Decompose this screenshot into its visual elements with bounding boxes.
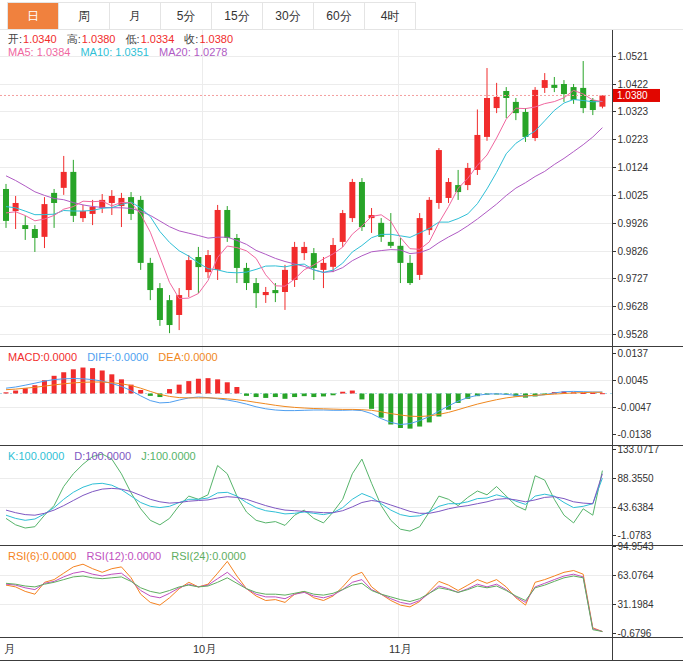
macd-bar (292, 394, 297, 398)
k-value: K:100.0000 (8, 450, 64, 462)
candle (3, 189, 9, 221)
macd-bar (263, 394, 268, 398)
candle (561, 84, 567, 94)
candle (571, 87, 577, 100)
tab-60min[interactable]: 60分 (314, 3, 365, 29)
tab-4hour[interactable]: 4时 (365, 3, 415, 29)
candle (32, 229, 38, 238)
rsi6-value: RSI(6):0.0000 (8, 550, 76, 562)
price-axis-label: 1.0323 (618, 106, 649, 117)
macd-bar (321, 394, 326, 397)
candle (494, 97, 500, 108)
macd-axis-label: -0.0138 (618, 429, 652, 440)
rsi6-line (6, 561, 602, 631)
rsi12-value: RSI(12):0.0000 (87, 550, 162, 562)
macd-readout: MACD:0.0000 DIFF:0.0000 DEA:0.0000 (8, 351, 225, 363)
price-axis-label: 1.0422 (618, 79, 649, 90)
tab-30min[interactable]: 30分 (263, 3, 314, 29)
macd-bar (302, 394, 307, 397)
macd-bar (23, 388, 28, 393)
macd-bar (32, 385, 37, 393)
macd-bar (273, 394, 278, 398)
macd-bar (177, 385, 182, 394)
candle (397, 246, 403, 263)
tab-15min[interactable]: 15分 (212, 3, 263, 29)
tab-month[interactable]: 月 (110, 3, 161, 29)
macd-bar (590, 393, 595, 394)
chart-canvas[interactable]: 1.05211.04221.03231.02231.01241.00250.99… (0, 0, 683, 671)
macd-bar (379, 394, 384, 418)
macd-bar (148, 394, 153, 396)
macd-value: MACD:0.0000 (8, 351, 77, 363)
candle (109, 196, 115, 203)
macd-bar (369, 394, 374, 409)
macd-bar (234, 387, 239, 393)
macd-bar (13, 391, 18, 394)
candle (41, 204, 47, 237)
rsi12-line (6, 571, 602, 631)
diff-value: DIFF:0.0000 (87, 351, 148, 363)
candle (22, 225, 28, 229)
macd-bar (42, 380, 47, 393)
candle (580, 88, 586, 108)
candle (522, 112, 528, 137)
candle (157, 288, 163, 320)
candle (282, 270, 288, 292)
chart-window: 1.05211.04221.03231.02231.01241.00250.99… (0, 0, 683, 671)
price-axis-label: 1.0124 (618, 162, 649, 173)
candle (349, 182, 355, 218)
macd-bar (225, 382, 230, 393)
candle (70, 172, 76, 216)
ma20-value: MA20: 1.0278 (159, 46, 228, 58)
ma10-value: MA10: 1.0351 (80, 46, 149, 58)
macd-bar (331, 394, 336, 396)
macd-bar (282, 394, 287, 399)
diff-line (6, 379, 602, 425)
candle (359, 182, 365, 227)
candle (330, 245, 336, 267)
open-value: 1.0340 (23, 33, 57, 45)
price-axis-label: 0.9826 (618, 246, 649, 257)
ma5-line (6, 90, 602, 298)
candle (426, 200, 432, 230)
tab-5min[interactable]: 5分 (161, 3, 212, 29)
candle (417, 218, 423, 275)
candle (234, 238, 240, 268)
candle (542, 80, 548, 88)
price-axis-label: 0.9628 (618, 301, 649, 312)
candle (465, 168, 471, 185)
macd-bar (215, 379, 220, 393)
candle (340, 213, 346, 242)
macd-bar (311, 394, 316, 398)
macd-axis-label: 0.0045 (618, 375, 649, 386)
price-axis-label: 0.9528 (618, 329, 649, 340)
macd-axis-label: 0.0137 (618, 348, 649, 359)
candle (436, 150, 442, 203)
ma5-value: MA5: 1.0384 (8, 46, 70, 58)
macd-bar (340, 392, 345, 394)
candle (186, 260, 192, 290)
macd-bar (427, 394, 432, 423)
macd-bar (138, 390, 143, 394)
dea-line (6, 382, 602, 417)
macd-bar (254, 394, 259, 398)
macd-bar (80, 368, 85, 394)
candle (272, 290, 278, 293)
open-label: 开: (8, 33, 22, 45)
candle (61, 172, 67, 188)
price-axis-label: 0.9926 (618, 218, 649, 229)
tab-week[interactable]: 周 (59, 3, 110, 29)
price-axis-label: 0.9727 (618, 273, 649, 284)
candle (244, 268, 250, 283)
price-axis-label: 1.0223 (618, 134, 649, 145)
candle (215, 210, 221, 270)
macd-bar (436, 394, 441, 417)
tab-day[interactable]: 日 (8, 3, 59, 29)
macd-bar (61, 372, 66, 393)
macd-bar (600, 393, 605, 394)
macd-bar (186, 381, 191, 393)
close-label: 收: (184, 33, 198, 45)
macd-bar (244, 394, 249, 396)
rsi24-value: RSI(24):0.0000 (171, 550, 246, 562)
candle (167, 300, 173, 325)
